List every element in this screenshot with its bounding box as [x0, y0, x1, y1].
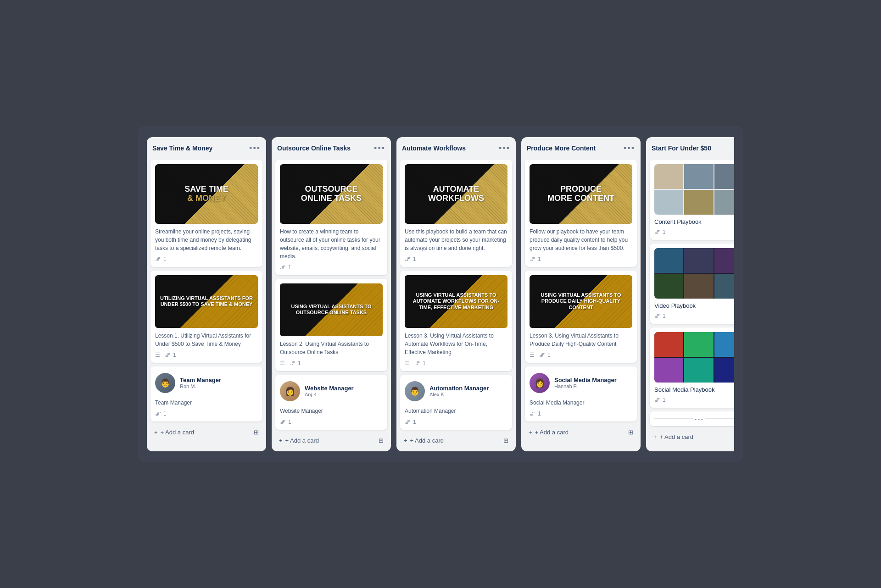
card-thumbnail-2-1: OUTSOURCEONLINE TASKS [280, 164, 383, 224]
thumb-automate: AUTOMATEWORKFLOWS [405, 164, 507, 224]
checklist-icon-4-2: ☰ [530, 352, 535, 358]
card-meta-2-3: 🖇 1 [280, 419, 383, 425]
attachment-count-pb-3: 1 [663, 397, 666, 403]
template-icon-3[interactable]: ⊞ [503, 437, 508, 444]
card-4-3[interactable]: 👩 Social Media Manager Hannah P. Social … [525, 366, 637, 422]
add-card-btn-4[interactable]: + + Add a card ⊞ [525, 426, 637, 438]
card-3-2[interactable]: USING VIRTUAL ASSISTANTS TO AUTOMATE WOR… [400, 271, 512, 371]
video-playbook-thumb [654, 248, 734, 299]
card-2-3[interactable]: 👩 Website Manager Anj K. Website Manager… [275, 375, 387, 430]
board-wrapper: Save Time & Money ••• SAVE TIME& MONEY S… [138, 126, 743, 462]
card-title-2-3: Website Manager [280, 407, 383, 415]
lesson-thumb-2-2: USING VIRTUAL ASSISTANTS TO OUTSOURCE ON… [280, 283, 383, 336]
add-card-left-3: + + Add a card [404, 437, 444, 444]
card-meta-3-3: 🖇 1 [405, 419, 507, 425]
video-thumb-cell-5 [684, 274, 713, 299]
thumb-text-4-1: PRODUCEMORE CONTENT [544, 181, 618, 207]
add-card-btn-1[interactable]: + + Add a card ⊞ [151, 426, 262, 438]
avatar-2-3: 👩 [280, 381, 300, 401]
thumb-produce: PRODUCEMORE CONTENT [530, 164, 632, 224]
avatar-title-2-3: Website Manager [305, 385, 354, 392]
add-card-label-1: + Add a card [161, 429, 194, 436]
avatar-info-4-3: Social Media Manager Hannah P. [554, 377, 617, 389]
checklist-icon-3-2: ☰ [405, 360, 410, 366]
add-icon-2: + [279, 437, 283, 444]
board: Save Time & Money ••• SAVE TIME& MONEY S… [147, 137, 734, 451]
lesson-thumb-text-2-2: USING VIRTUAL ASSISTANTS TO OUTSOURCE ON… [280, 301, 383, 318]
card-content-playbook[interactable]: Content Playbook 🖇 1 [650, 160, 734, 240]
card-2-2[interactable]: USING VIRTUAL ASSISTANTS TO OUTSOURCE ON… [275, 279, 387, 371]
card-social-playbook[interactable]: Social Media Playbook 🖇 1 [650, 327, 734, 408]
card-thumbnail-3-1: AUTOMATEWORKFLOWS [405, 164, 507, 224]
card-4-1[interactable]: PRODUCEMORE CONTENT Follow our playbook … [525, 160, 637, 267]
card-meta-row-2-2: ☰ 🖇 1 [280, 360, 383, 366]
attachment-count-3-1: 1 [413, 256, 416, 262]
avatar-title-3-3: Automation Manager [429, 385, 489, 392]
content-playbook-meta: 🖇 1 [654, 229, 734, 235]
avatar-section-1-3: 👨 Team Manager Ron M. [155, 371, 258, 395]
social-thumb-cell-4 [654, 358, 683, 383]
card-title-4-3: Social Media Manager [530, 399, 632, 407]
add-card-left-1: + + Add a card [154, 429, 194, 436]
add-card-label-4: + Add a card [535, 429, 569, 436]
social-playbook-title: Social Media Playbook [654, 386, 734, 393]
column-start-under: Start For Under $50 ••• Content Playbook… [646, 137, 734, 451]
card-3-3[interactable]: 👨 Automation Manager Alex K. Automation … [400, 375, 512, 430]
card-3-1[interactable]: AUTOMATEWORKFLOWS Use this playbook to b… [400, 160, 512, 267]
add-card-left-2: + + Add a card [279, 437, 319, 444]
column-title-3: Automate Workflows [402, 144, 466, 152]
attachment-count-2-2: 1 [298, 360, 301, 366]
attachment-icon-pb-2: 🖇 [654, 313, 660, 319]
avatar-1-3: 👨 [155, 373, 175, 393]
card-desc-4-1: Follow our playbook to have your team pr… [530, 227, 632, 252]
add-icon-3: + [404, 437, 407, 444]
card-2-1[interactable]: OUTSOURCEONLINE TASKS How to create a wi… [275, 160, 387, 275]
checklist-icon-2-2: ☰ [280, 360, 285, 366]
attachment-icon-3-2: 🖇 [414, 360, 420, 366]
attachment-icon-1-3: 🖇 [155, 410, 161, 417]
add-card-btn-2[interactable]: + + Add a card ⊞ [275, 434, 387, 447]
card-meta-attach-1-2: 🖇 1 [165, 352, 176, 358]
card-meta-row-3-2: ☰ 🖇 1 [405, 360, 507, 366]
add-card-left-4: + + Add a card [529, 429, 569, 436]
column-menu-icon-2[interactable]: ••• [374, 144, 385, 153]
lesson-thumb-4-2: USING VIRTUAL ASSISTANTS TO PRODUCE DAIL… [530, 275, 632, 328]
add-icon-5: + [653, 433, 657, 440]
avatar-section-4-3: 👩 Social Media Manager Hannah P. [530, 371, 632, 395]
card-desc-2-2: Lesson 2. Using Virtual Assistants to Ou… [280, 340, 383, 356]
card-desc-1-1: Streamline your online projects, saving … [155, 227, 258, 252]
card-desc-4-2: Lesson 3. Using Virtual Assistants to Pr… [530, 332, 632, 348]
attachment-count-3-3: 1 [413, 419, 416, 425]
card-1-2[interactable]: UTILIZING VIRTUAL ASSISTANTS FOR UNDER $… [151, 271, 262, 363]
attachment-count-1-1: 1 [163, 256, 167, 262]
attachment-count-4-2: 1 [547, 352, 551, 358]
add-card-btn-5[interactable]: + + Add a card ⊞ [650, 431, 734, 443]
lesson-thumb-text-4-2: USING VIRTUAL ASSISTANTS TO PRODUCE DAIL… [530, 289, 632, 313]
card-1-1[interactable]: SAVE TIME& MONEY Streamline your online … [151, 160, 262, 267]
column-title-4: Produce More Content [527, 144, 596, 152]
card-1-3[interactable]: 👨 Team Manager Ron M. Team Manager 🖇 1 [151, 366, 262, 422]
template-icon-4[interactable]: ⊞ [628, 429, 633, 436]
add-card-label-5: + Add a card [660, 433, 693, 440]
avatar-subtitle-2-3: Anj K. [305, 392, 354, 397]
avatar-info-1-3: Team Manager Ron M. [180, 377, 221, 389]
add-card-btn-3[interactable]: + + Add a card ⊞ [400, 434, 512, 447]
avatar-subtitle-1-3: Ron M. [180, 383, 221, 389]
avatar-3-3: 👨 [405, 381, 425, 401]
card-meta-attach-4-2: 🖇 1 [539, 352, 551, 358]
more-content-hint: - - - [650, 411, 734, 426]
template-icon-2[interactable]: ⊞ [379, 437, 384, 444]
lesson-thumb-text-1-2: UTILIZING VIRTUAL ASSISTANTS FOR UNDER $… [155, 293, 258, 310]
column-menu-icon-1[interactable]: ••• [249, 144, 261, 153]
card-video-playbook[interactable]: Video Playbook 🖇 1 [650, 244, 734, 324]
divider-line-left [654, 418, 693, 419]
card-4-2[interactable]: USING VIRTUAL ASSISTANTS TO PRODUCE DAIL… [525, 271, 637, 363]
column-menu-icon-4[interactable]: ••• [624, 144, 635, 153]
thumb-text-2-1: OUTSOURCEONLINE TASKS [297, 181, 366, 207]
column-menu-icon-3[interactable]: ••• [499, 144, 510, 153]
card-meta-row-1-2: ☰ 🖇 1 [155, 352, 258, 358]
card-meta-3-1: 🖇 1 [405, 256, 507, 262]
template-icon-1[interactable]: ⊞ [254, 429, 259, 436]
card-meta-1-1: 🖇 1 [155, 256, 258, 262]
card-thumbnail-4-1: PRODUCEMORE CONTENT [530, 164, 632, 224]
